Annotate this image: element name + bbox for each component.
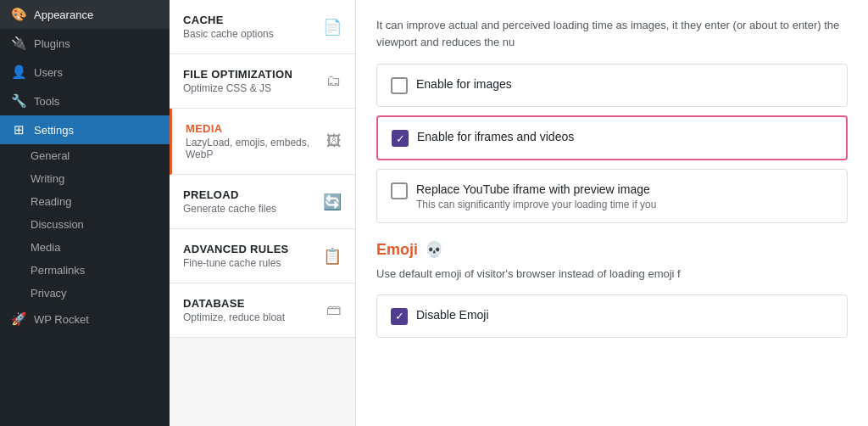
preload-icon: 🔄	[323, 193, 342, 211]
submenu-discussion[interactable]: Discussion	[0, 213, 170, 236]
preload-title: PRELOAD	[183, 188, 276, 201]
cache-subtitle: Basic cache options	[183, 28, 274, 40]
middle-item-preload[interactable]: PRELOAD Generate cache files 🔄	[170, 175, 355, 229]
advanced-rules-icon: 📋	[323, 247, 342, 266]
middle-item-media[interactable]: MEDIA LazyLoad, emojis, embeds, WebP 🖼	[170, 109, 355, 175]
option-youtube-preview: Replace YouTube iframe with preview imag…	[376, 169, 848, 223]
submenu-general[interactable]: General	[0, 144, 170, 167]
emoji-heading-text: Emoji	[376, 241, 418, 259]
sidebar-item-wp-rocket[interactable]: 🚀 WP Rocket	[0, 305, 170, 334]
option-enable-images: Enable for images	[376, 64, 848, 107]
media-title: MEDIA	[186, 122, 326, 135]
plugins-icon: 🔌	[10, 36, 27, 51]
intro-text: It can improve actual and perceived load…	[376, 17, 848, 50]
sidebar-item-settings[interactable]: ⊞ Settings	[0, 115, 170, 144]
sidebar-item-label: Plugins	[34, 37, 70, 50]
checkbox-enable-images[interactable]	[391, 77, 408, 94]
option-enable-iframes: Enable for iframes and videos	[376, 115, 848, 160]
sidebar-item-plugins[interactable]: 🔌 Plugins	[0, 29, 170, 58]
media-icon: 🖼	[326, 132, 342, 150]
cache-icon: 📄	[323, 18, 342, 36]
middle-item-advanced-rules[interactable]: ADVANCED RULES Fine-tune cache rules 📋	[170, 229, 355, 283]
file-opt-title: FILE OPTIMIZATION	[183, 68, 292, 81]
label-disable-emoji[interactable]: Disable Emoji	[416, 308, 489, 322]
advanced-rules-title: ADVANCED RULES	[183, 243, 289, 255]
sidebar-item-users[interactable]: 👤 Users	[0, 58, 170, 87]
sidebar-item-label: Settings	[34, 124, 74, 137]
sidebar-item-tools[interactable]: 🔧 Tools	[0, 87, 170, 115]
database-title: DATABASE	[183, 297, 285, 310]
sublabel-youtube-preview: This can significantly improve your load…	[416, 199, 656, 210]
cache-title: CACHE	[183, 14, 274, 26]
appearance-icon: 🎨	[10, 7, 27, 22]
users-icon: 👤	[10, 64, 27, 80]
middle-panel: CACHE Basic cache options 📄 FILE OPTIMIZ…	[170, 0, 356, 426]
sidebar-item-label: WP Rocket	[34, 313, 89, 326]
submenu-media[interactable]: Media	[0, 236, 170, 259]
sidebar-item-label: Appearance	[34, 8, 93, 21]
database-subtitle: Optimize, reduce bloat	[183, 311, 285, 323]
submenu-writing[interactable]: Writing	[0, 167, 170, 190]
middle-item-cache[interactable]: CACHE Basic cache options 📄	[170, 0, 355, 54]
sidebar-item-appearance[interactable]: 🎨 Appearance	[0, 0, 170, 29]
emoji-section-heading: Emoji 💀	[376, 240, 848, 259]
media-subtitle: LazyLoad, emojis, embeds, WebP	[186, 137, 326, 160]
label-youtube-preview[interactable]: Replace YouTube iframe with preview imag…	[416, 182, 650, 196]
submenu-permalinks[interactable]: Permalinks	[0, 259, 170, 282]
advanced-rules-subtitle: Fine-tune cache rules	[183, 257, 289, 269]
label-enable-images[interactable]: Enable for images	[416, 77, 512, 91]
sidebar: 🎨 Appearance 🔌 Plugins 👤 Users 🔧 Tools ⊞…	[0, 0, 170, 426]
emoji-section-desc: Use default emoji of visitor's browser i…	[376, 266, 848, 283]
submenu-privacy[interactable]: Privacy	[0, 282, 170, 305]
main-content: It can improve actual and perceived load…	[356, 0, 868, 426]
option-disable-emoji: Disable Emoji	[376, 294, 848, 338]
tools-icon: 🔧	[10, 93, 27, 109]
file-opt-subtitle: Optimize CSS & JS	[183, 82, 292, 94]
settings-icon: ⊞	[10, 122, 27, 137]
preload-subtitle: Generate cache files	[183, 203, 276, 215]
emoji-skull-icon: 💀	[425, 240, 443, 259]
file-opt-icon: 🗂	[326, 72, 342, 90]
database-icon: 🗃	[326, 301, 342, 319]
settings-submenu: General Writing Reading Discussion Media…	[0, 144, 170, 305]
wp-rocket-icon: 🚀	[10, 311, 27, 327]
label-enable-iframes[interactable]: Enable for iframes and videos	[417, 130, 574, 143]
checkbox-disable-emoji[interactable]	[391, 308, 408, 325]
sidebar-item-label: Users	[34, 66, 63, 79]
middle-item-database[interactable]: DATABASE Optimize, reduce bloat 🗃	[170, 283, 355, 338]
middle-item-file-opt[interactable]: FILE OPTIMIZATION Optimize CSS & JS 🗂	[170, 54, 355, 109]
sidebar-item-label: Tools	[34, 95, 59, 108]
checkbox-youtube-preview[interactable]	[391, 182, 408, 199]
submenu-reading[interactable]: Reading	[0, 190, 170, 213]
checkbox-enable-iframes[interactable]	[392, 130, 409, 147]
